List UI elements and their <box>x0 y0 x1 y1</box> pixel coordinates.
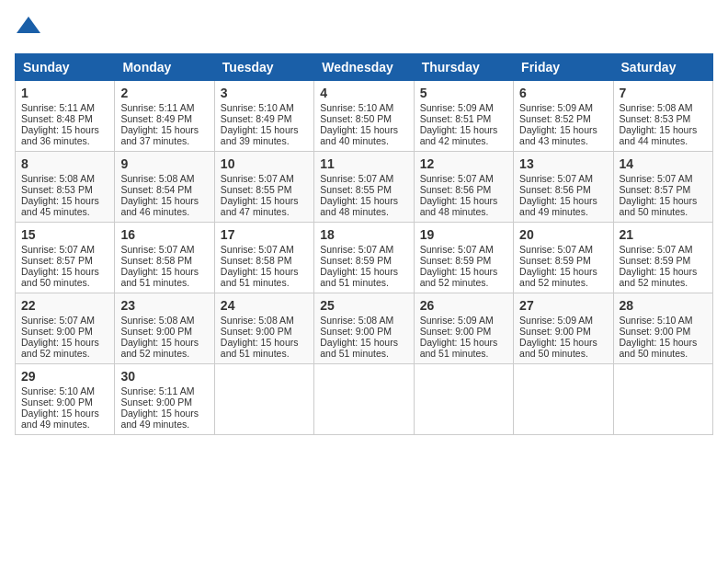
sunrise-text: Sunrise: 5:07 AM <box>120 244 194 255</box>
calendar-day-cell: 16 Sunrise: 5:07 AM Sunset: 8:58 PM Dayl… <box>115 223 214 293</box>
sunrise-text: Sunrise: 5:07 AM <box>221 173 294 184</box>
day-number: 12 <box>420 156 507 171</box>
calendar-day-cell: 22 Sunrise: 5:07 AM Sunset: 9:00 PM Dayl… <box>16 293 115 364</box>
calendar-day-cell: 14 Sunrise: 5:07 AM Sunset: 8:57 PM Dayl… <box>613 152 712 223</box>
daylight-text: Daylight: 15 hours and 42 minutes. <box>420 124 498 146</box>
column-header-thursday: Thursday <box>414 54 513 81</box>
day-number: 14 <box>620 156 707 171</box>
day-number: 4 <box>320 86 407 100</box>
svg-marker-0 <box>17 17 40 33</box>
day-number: 1 <box>21 86 108 100</box>
daylight-text: Daylight: 15 hours and 37 minutes. <box>120 124 199 146</box>
day-number: 19 <box>420 227 507 242</box>
empty-cell <box>414 364 513 435</box>
sunset-text: Sunset: 9:00 PM <box>221 326 292 337</box>
daylight-text: Daylight: 15 hours and 49 minutes. <box>120 408 199 430</box>
daylight-text: Daylight: 15 hours and 52 minutes. <box>420 266 498 288</box>
day-number: 11 <box>320 156 407 171</box>
sunset-text: Sunset: 8:59 PM <box>620 255 691 266</box>
daylight-text: Daylight: 15 hours and 51 minutes. <box>320 337 398 359</box>
day-number: 13 <box>519 156 607 171</box>
sunset-text: Sunset: 8:59 PM <box>320 255 392 266</box>
sunset-text: Sunset: 8:57 PM <box>620 184 691 195</box>
daylight-text: Daylight: 15 hours and 49 minutes. <box>21 408 99 430</box>
day-number: 8 <box>21 156 108 171</box>
calendar-day-cell: 17 Sunrise: 5:07 AM Sunset: 8:58 PM Dayl… <box>214 223 313 293</box>
calendar-day-cell: 4 Sunrise: 5:10 AM Sunset: 8:50 PM Dayli… <box>314 81 414 152</box>
sunrise-text: Sunrise: 5:08 AM <box>221 315 294 326</box>
daylight-text: Daylight: 15 hours and 50 minutes. <box>620 195 698 217</box>
sunrise-text: Sunrise: 5:09 AM <box>420 102 494 113</box>
column-header-sunday: Sunday <box>16 54 115 81</box>
sunrise-text: Sunrise: 5:11 AM <box>120 385 194 396</box>
sunset-text: Sunset: 8:57 PM <box>21 255 93 266</box>
sunrise-text: Sunrise: 5:07 AM <box>420 244 494 255</box>
calendar-day-cell: 25 Sunrise: 5:08 AM Sunset: 9:00 PM Dayl… <box>314 293 414 364</box>
calendar-week-row: 15 Sunrise: 5:07 AM Sunset: 8:57 PM Dayl… <box>16 223 713 293</box>
empty-cell <box>314 364 414 435</box>
sunset-text: Sunset: 8:56 PM <box>519 184 591 195</box>
daylight-text: Daylight: 15 hours and 39 minutes. <box>221 124 299 146</box>
sunset-text: Sunset: 8:55 PM <box>221 184 292 195</box>
daylight-text: Daylight: 15 hours and 51 minutes. <box>221 266 299 288</box>
day-number: 17 <box>221 227 308 242</box>
sunrise-text: Sunrise: 5:08 AM <box>120 173 194 184</box>
sunrise-text: Sunrise: 5:10 AM <box>221 102 294 113</box>
calendar-day-cell: 10 Sunrise: 5:07 AM Sunset: 8:55 PM Dayl… <box>214 152 313 223</box>
sunset-text: Sunset: 8:53 PM <box>620 113 691 124</box>
day-number: 30 <box>120 369 208 384</box>
calendar-week-row: 1 Sunrise: 5:11 AM Sunset: 8:48 PM Dayli… <box>16 81 713 152</box>
calendar-day-cell: 20 Sunrise: 5:07 AM Sunset: 8:59 PM Dayl… <box>514 223 613 293</box>
day-number: 24 <box>221 298 308 313</box>
daylight-text: Daylight: 15 hours and 45 minutes. <box>21 195 99 217</box>
sunrise-text: Sunrise: 5:10 AM <box>21 385 95 396</box>
sunset-text: Sunset: 9:00 PM <box>320 326 392 337</box>
calendar-day-cell: 9 Sunrise: 5:08 AM Sunset: 8:54 PM Dayli… <box>115 152 214 223</box>
sunset-text: Sunset: 9:00 PM <box>21 396 93 408</box>
calendar-day-cell: 24 Sunrise: 5:08 AM Sunset: 9:00 PM Dayl… <box>214 293 313 364</box>
calendar-day-cell: 23 Sunrise: 5:08 AM Sunset: 9:00 PM Dayl… <box>115 293 214 364</box>
empty-cell <box>514 364 613 435</box>
sunset-text: Sunset: 8:53 PM <box>21 184 93 195</box>
sunset-text: Sunset: 9:00 PM <box>21 326 93 337</box>
day-number: 5 <box>420 86 507 100</box>
daylight-text: Daylight: 15 hours and 52 minutes. <box>120 337 199 359</box>
daylight-text: Daylight: 15 hours and 46 minutes. <box>120 195 199 217</box>
sunrise-text: Sunrise: 5:07 AM <box>21 315 95 326</box>
sunrise-text: Sunrise: 5:11 AM <box>21 102 95 113</box>
calendar-table: SundayMondayTuesdayWednesdayThursdayFrid… <box>15 53 713 435</box>
sunrise-text: Sunrise: 5:07 AM <box>221 244 294 255</box>
daylight-text: Daylight: 15 hours and 51 minutes. <box>420 337 498 359</box>
calendar-day-cell: 3 Sunrise: 5:10 AM Sunset: 8:49 PM Dayli… <box>214 81 313 152</box>
sunrise-text: Sunrise: 5:09 AM <box>519 102 593 113</box>
day-number: 23 <box>120 298 208 313</box>
sunset-text: Sunset: 8:58 PM <box>221 255 292 266</box>
logo-icon <box>15 15 42 42</box>
sunrise-text: Sunrise: 5:08 AM <box>620 102 693 113</box>
calendar-week-row: 8 Sunrise: 5:08 AM Sunset: 8:53 PM Dayli… <box>16 152 713 223</box>
daylight-text: Daylight: 15 hours and 47 minutes. <box>221 195 299 217</box>
daylight-text: Daylight: 15 hours and 48 minutes. <box>320 195 398 217</box>
sunrise-text: Sunrise: 5:09 AM <box>519 315 593 326</box>
sunset-text: Sunset: 8:56 PM <box>420 184 492 195</box>
calendar-day-cell: 18 Sunrise: 5:07 AM Sunset: 8:59 PM Dayl… <box>314 223 414 293</box>
sunrise-text: Sunrise: 5:10 AM <box>620 315 693 326</box>
calendar-day-cell: 5 Sunrise: 5:09 AM Sunset: 8:51 PM Dayli… <box>414 81 513 152</box>
column-header-tuesday: Tuesday <box>214 54 313 81</box>
daylight-text: Daylight: 15 hours and 50 minutes. <box>21 266 99 288</box>
day-number: 3 <box>221 86 308 100</box>
day-number: 28 <box>620 298 707 313</box>
calendar-week-row: 22 Sunrise: 5:07 AM Sunset: 9:00 PM Dayl… <box>16 293 713 364</box>
empty-cell <box>214 364 313 435</box>
calendar-day-cell: 1 Sunrise: 5:11 AM Sunset: 8:48 PM Dayli… <box>16 81 115 152</box>
sunset-text: Sunset: 8:50 PM <box>320 113 392 124</box>
sunrise-text: Sunrise: 5:07 AM <box>420 173 494 184</box>
day-number: 18 <box>320 227 407 242</box>
daylight-text: Daylight: 15 hours and 51 minutes. <box>221 337 299 359</box>
sunset-text: Sunset: 8:59 PM <box>519 255 591 266</box>
day-number: 16 <box>120 227 208 242</box>
daylight-text: Daylight: 15 hours and 51 minutes. <box>120 266 199 288</box>
sunset-text: Sunset: 8:48 PM <box>21 113 93 124</box>
sunrise-text: Sunrise: 5:11 AM <box>120 102 194 113</box>
sunset-text: Sunset: 8:59 PM <box>420 255 492 266</box>
